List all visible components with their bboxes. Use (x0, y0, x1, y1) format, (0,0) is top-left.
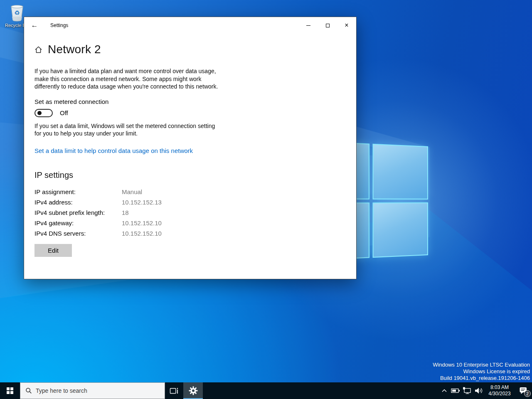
notification-badge: 2 (524, 390, 531, 397)
ip-row-label: IPv4 subnet prefix length: (34, 209, 122, 217)
screen: ♻ Recycle Bin Windows 10 Enterprise LTSC… (0, 0, 532, 399)
speaker-icon (474, 387, 483, 394)
windows-logo-pane (372, 202, 428, 258)
start-button[interactable] (0, 382, 20, 399)
watermark-line: Windows License is expired (433, 368, 530, 375)
ip-row-label: IPv4 gateway: (34, 219, 122, 227)
network-tray-button[interactable] (461, 382, 473, 399)
windows-watermark: Windows 10 Enterprise LTSC Evaluation Wi… (433, 362, 530, 382)
windows-logo-pane (372, 144, 428, 200)
page-title: Network 2 (48, 43, 101, 56)
task-view-icon (170, 387, 179, 395)
clock[interactable]: 8:03 AM 4/30/2023 (485, 382, 515, 399)
ip-row-label: IP assignment: (34, 188, 122, 196)
table-row: IPv4 DNS servers: 10.152.152.10 (34, 229, 356, 238)
minimize-button[interactable] (299, 17, 318, 34)
svg-text:♻: ♻ (14, 9, 20, 16)
metered-toggle[interactable] (34, 109, 53, 117)
set-data-limit-link[interactable]: Set a data limit to help control data us… (34, 147, 193, 154)
battery-icon (451, 387, 460, 394)
page-header: Network 2 (34, 43, 356, 56)
table-row: IPv4 address: 10.152.152.13 (34, 198, 356, 207)
taskbar: Type here to search (0, 382, 532, 399)
search-icon (25, 387, 32, 394)
clock-time: 8:03 AM (490, 384, 509, 391)
action-center-button[interactable]: 2 (515, 382, 532, 399)
search-placeholder: Type here to search (36, 387, 87, 394)
ip-row-value: 10.152.152.10 (122, 219, 162, 227)
ip-row-value: 10.152.152.13 (122, 198, 162, 207)
gear-icon (188, 386, 198, 396)
home-icon (34, 46, 42, 54)
settings-window: ← Settings × Network 2 If you have a lim… (24, 17, 357, 279)
ip-row-label: IPv4 address: (34, 198, 122, 207)
ip-row-label: IPv4 DNS servers: (34, 229, 122, 238)
taskbar-search-box[interactable]: Type here to search (20, 382, 165, 399)
settings-content: Network 2 If you have a limited data pla… (24, 43, 356, 257)
metered-intro-text: If you have a limited data plan and want… (34, 67, 227, 91)
ip-settings-heading: IP settings (34, 170, 356, 180)
table-row: IPv4 subnet prefix length: 18 (34, 209, 356, 217)
chevron-up-icon (441, 387, 448, 394)
metered-toggle-row: Off (34, 109, 356, 117)
system-tray: 8:03 AM 4/30/2023 2 (439, 382, 532, 399)
close-button[interactable]: × (337, 17, 356, 34)
battery-tray-button[interactable] (450, 382, 461, 399)
windows-start-icon (7, 387, 13, 394)
watermark-line: Windows 10 Enterprise LTSC Evaluation (433, 362, 530, 368)
ip-settings-table: IP assignment: Manual IPv4 address: 10.1… (34, 188, 356, 238)
back-arrow-icon: ← (31, 21, 38, 30)
window-title: Settings (50, 22, 299, 28)
ip-row-value: Manual (122, 188, 142, 196)
data-limit-info-text: If you set a data limit, Windows will se… (34, 122, 227, 138)
maximize-button[interactable] (318, 17, 337, 34)
toggle-state-label: Off (60, 109, 68, 116)
edit-button[interactable]: Edit (34, 244, 72, 257)
ip-row-value: 18 (122, 209, 129, 217)
ethernet-network-icon (463, 387, 472, 394)
maximize-icon (326, 24, 330, 27)
toggle-knob (37, 111, 42, 115)
close-icon: × (345, 22, 348, 29)
minimize-icon (306, 25, 310, 26)
titlebar: ← Settings × (24, 17, 356, 34)
table-row: IPv4 gateway: 10.152.152.10 (34, 219, 356, 227)
tray-overflow-button[interactable] (439, 382, 450, 399)
task-view-button[interactable] (165, 382, 183, 399)
volume-tray-button[interactable] (473, 382, 485, 399)
clock-date: 4/30/2023 (488, 391, 510, 397)
table-row: IP assignment: Manual (34, 188, 356, 196)
ip-row-value: 10.152.152.10 (122, 229, 162, 238)
taskbar-settings-app-button[interactable] (183, 382, 203, 399)
metered-connection-label: Set as metered connection (34, 98, 356, 105)
back-button[interactable]: ← (24, 17, 45, 34)
watermark-line: Build 19041.vb_release.191206-1406 (433, 375, 530, 382)
